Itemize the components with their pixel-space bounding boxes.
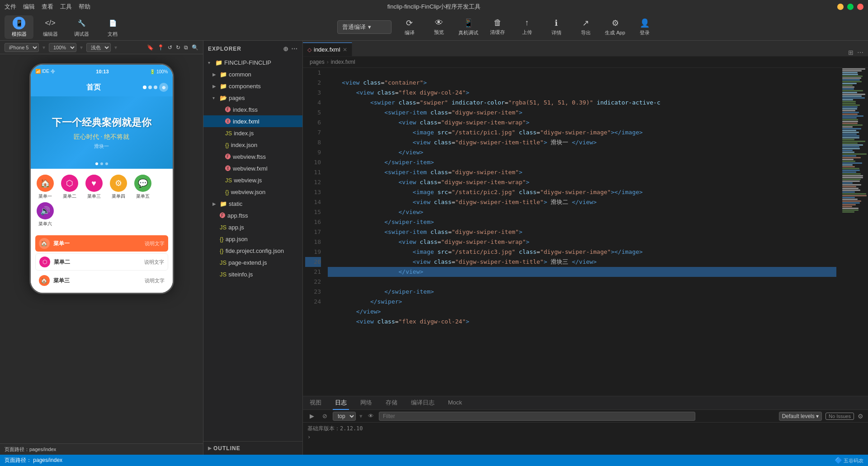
list-item-2[interactable]: ⬡ 菜单二 说明文字 (35, 253, 168, 271)
tree-file-index-json[interactable]: {} index.json (203, 139, 302, 151)
status-right: 🔷 五谷码农 (835, 456, 863, 464)
compile-select[interactable]: 普通编译 ▾ (337, 20, 392, 34)
circle-btn[interactable]: ⊕ (159, 83, 168, 92)
play-button[interactable]: ▶ (307, 412, 316, 421)
menu-item-help[interactable]: 帮助 (79, 3, 90, 11)
outline-section[interactable]: ▶ OUTLINE (203, 441, 302, 455)
export-action[interactable]: ↗ 导出 (572, 15, 599, 39)
tab-network[interactable]: 网络 (358, 396, 374, 410)
tree-folder-static[interactable]: ▶ 📁 static (203, 198, 302, 209)
tab-index-fxml[interactable]: ◇ index.fxml ✕ (303, 43, 352, 56)
menu-icon-1[interactable]: 🏠 菜单一 (34, 175, 57, 200)
menu-item-view[interactable]: 查看 (42, 3, 53, 11)
maximize-button[interactable]: □ (847, 4, 854, 10)
status-left: 页面路径： pages/index (5, 456, 62, 464)
list-item-3[interactable]: 🏠 菜单三 说明文字 (35, 272, 168, 289)
tree-file-index-js[interactable]: JS index.js (203, 127, 302, 139)
preview-action[interactable]: 👁 预览 (425, 15, 453, 39)
more-editor-icon[interactable]: ⋯ (857, 49, 863, 56)
code-area[interactable]: 1 2 3 4 5 6 7 8 9 10 11 12 13 14 15 16 1… (303, 68, 868, 396)
tab-storage[interactable]: 存储 (383, 396, 400, 410)
theme-select[interactable]: 浅色 (86, 43, 111, 52)
generate-app-icon: ⚙ (612, 18, 619, 28)
zoom-select[interactable]: 100% (49, 43, 76, 52)
search-icon[interactable]: 🔍 (192, 44, 198, 51)
no-issues-badge[interactable]: No Issues (826, 413, 854, 420)
rotate-right-icon[interactable]: ↻ (176, 44, 180, 51)
tree-file-webview-json[interactable]: {} webview.json (203, 186, 302, 198)
docs-button[interactable]: 📄 文档 (98, 15, 127, 39)
tab-logs[interactable]: 日志 (333, 396, 349, 410)
tree-file-webview-js[interactable]: JS webview.js (203, 174, 302, 186)
tree-file-app-ftss[interactable]: 🅕 app.ftss (203, 209, 302, 221)
login-action[interactable]: 👤 登录 (631, 15, 658, 39)
clear-cache-icon: 🗑 (494, 18, 502, 28)
settings-icon[interactable]: ⚙ (858, 413, 863, 420)
tree-file-webview-ftss[interactable]: 🅕 webview.ftss (203, 151, 302, 162)
tree-file-app-json[interactable]: {} app.json (203, 233, 302, 245)
code-editor[interactable]: <view class="container"> <view class="fl… (323, 68, 841, 396)
list-item-1[interactable]: 🏠 菜单一 说明文字 (35, 235, 168, 252)
device-debug-icon: 📱 (463, 18, 473, 28)
tab-close-button[interactable]: ✕ (343, 47, 347, 53)
tree-file-app-js[interactable]: JS app.js (203, 221, 302, 233)
tree-file-siteinfo[interactable]: JS siteinfo.js (203, 268, 302, 280)
location-icon[interactable]: 📍 (157, 44, 164, 51)
tree-file-page-extend[interactable]: JS page-extend.js (203, 257, 302, 268)
tree-file-index-fxml[interactable]: 🅧 index.fxml (203, 115, 302, 127)
bookmark-icon[interactable]: 🔖 (147, 44, 154, 51)
menu-icon-6[interactable]: 🔊 菜单六 (34, 202, 57, 227)
simulator-toolbar: iPhone 5 ▾ 100% ▾ 浅色 ▾ 🔖 📍 ↺ ↻ ⧉ 🔍 (0, 41, 203, 54)
eye-button[interactable]: 👁 (366, 412, 375, 421)
menu-icon-4[interactable]: ⚙ 菜单四 (107, 175, 130, 200)
more-icon[interactable]: ⋯ (291, 45, 298, 52)
details-action[interactable]: ℹ 详情 (543, 15, 570, 39)
menu-item-file[interactable]: 文件 (5, 3, 16, 11)
phone-page-title: 首页 (86, 83, 101, 92)
menu-icon-3[interactable]: ♥ 菜单三 (83, 175, 105, 200)
menu-icon-2[interactable]: ⬡ 菜单二 (58, 175, 81, 200)
menu-item-tools[interactable]: 工具 (60, 3, 72, 11)
split-editor-icon[interactable]: ⊞ (848, 49, 854, 56)
export-icon: ↗ (582, 18, 589, 28)
details-icon: ℹ (555, 18, 558, 28)
tree-file-webview-fxml[interactable]: 🅧 webview.fxml (203, 162, 302, 174)
editor-tab-actions: ⊞ ⋯ (848, 49, 868, 56)
simulator-button[interactable]: 📱 模拟器 (5, 15, 33, 39)
new-file-icon[interactable]: ⊕ (283, 45, 289, 52)
copy-icon[interactable]: ⧉ (184, 44, 188, 51)
device-select[interactable]: iPhone 5 (5, 43, 39, 52)
editor-button[interactable]: </> 编辑器 (36, 15, 65, 39)
tab-view[interactable]: 视图 (307, 396, 324, 410)
docs-icon: 📄 (106, 17, 119, 29)
tree-folder-common[interactable]: ▶ 📁 common (203, 68, 302, 80)
tab-compile-log[interactable]: 编译日志 (409, 396, 437, 410)
clear-cache-action[interactable]: 🗑 清缓存 (484, 15, 511, 39)
minimize-button[interactable]: − (837, 4, 844, 10)
tab-mock[interactable]: Mock (446, 396, 464, 410)
upload-action[interactable]: ↑ 上传 (514, 15, 541, 39)
tree-file-index-ftss[interactable]: 🅕 index.ftss (203, 104, 302, 115)
default-levels-select[interactable]: Default levels ▾ (779, 412, 822, 421)
rotate-left-icon[interactable]: ↺ (168, 44, 172, 51)
tree-file-fide-config[interactable]: {} fide.project.config.json (203, 245, 302, 257)
stop-button[interactable]: ⊘ (320, 412, 329, 421)
tree-folder-pages[interactable]: ▾ 📂 pages (203, 92, 302, 104)
menu-item-edit[interactable]: 编辑 (23, 3, 35, 11)
filter-input[interactable] (379, 412, 695, 421)
status-path-value: pages/index (33, 457, 62, 463)
compile-action[interactable]: ⟳ 编译 (396, 15, 423, 39)
tree-folder-components[interactable]: ▶ 📁 components (203, 80, 302, 92)
simulator-content: 📶 IDE 令 10:13 🔋 100% 首页 ⊕ (0, 54, 203, 443)
close-button[interactable]: × (857, 4, 863, 10)
generate-app-action[interactable]: ⚙ 生成 App (602, 15, 629, 39)
breadcrumb-file: index.fxml (331, 59, 355, 65)
upload-icon: ↑ (525, 18, 529, 28)
tree-root[interactable]: ▾ 📁 FINCLIP-FINCLIP (203, 57, 302, 68)
editor-icon: </> (44, 17, 57, 29)
sdk-version-line: 基础库版本：2.12.10 (307, 425, 863, 433)
device-debug-action[interactable]: 📱 真机调试 (455, 15, 482, 39)
log-level-select[interactable]: top (333, 412, 356, 421)
debugger-button[interactable]: 🔧 调试器 (67, 15, 96, 39)
menu-icon-5[interactable]: 💬 菜单五 (132, 175, 154, 200)
